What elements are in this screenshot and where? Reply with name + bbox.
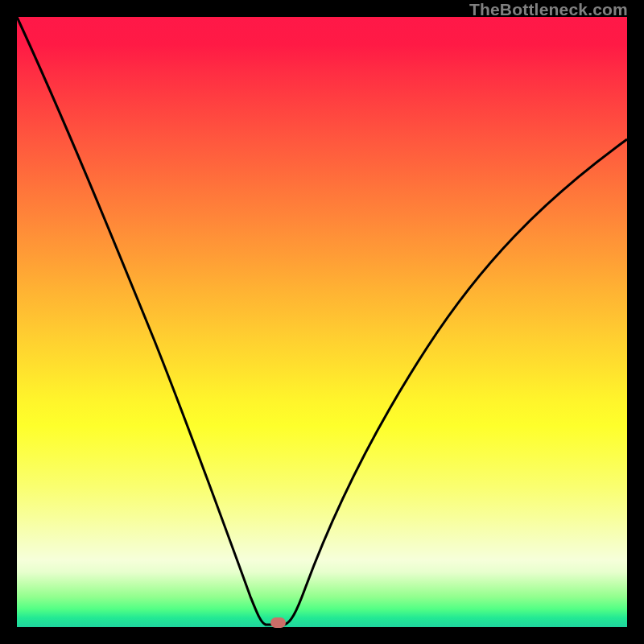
bottleneck-curve [17, 17, 627, 627]
optimal-point-marker [270, 617, 286, 628]
watermark-text: TheBottleneck.com [469, 0, 628, 19]
